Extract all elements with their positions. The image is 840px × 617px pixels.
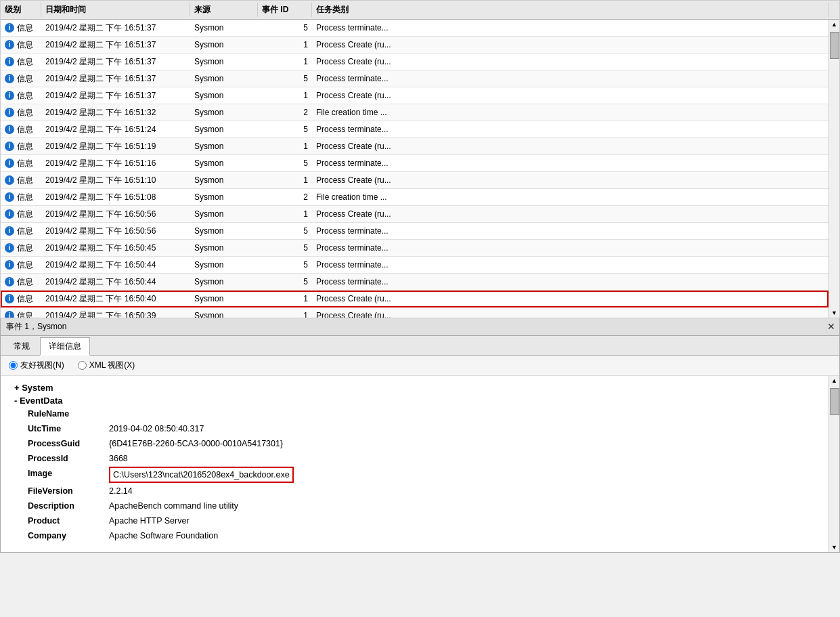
- info-icon: i: [5, 243, 14, 253]
- tabs-bar: 常规 详细信息: [1, 336, 839, 356]
- bottom-panel: 事件 1，Sysmon ✕ 常规 详细信息 友好视图(N) XML 视图(X) …: [0, 318, 840, 553]
- cell-source: Sysmon: [190, 87, 258, 104]
- system-title: + System: [14, 383, 826, 393]
- cell-source: Sysmon: [190, 206, 258, 222]
- table-row[interactable]: i信息2019/4/2 星期二 下午 16:51:37Sysmon5Proces…: [1, 20, 828, 37]
- cell-eventid: 1: [258, 172, 312, 188]
- table-row[interactable]: i信息2019/4/2 星期二 下午 16:51:37Sysmon5Proces…: [1, 70, 828, 87]
- cell-datetime: 2019/4/2 星期二 下午 16:51:19: [41, 138, 190, 154]
- info-icon: i: [5, 125, 14, 134]
- detail-key: Product: [28, 514, 109, 528]
- info-icon: i: [5, 294, 14, 303]
- cell-datetime: 2019/4/2 星期二 下午 16:51:37: [41, 54, 190, 70]
- table-header: 级别 日期和时间 来源 事件 ID 任务类别: [1, 1, 839, 20]
- level-text: 信息: [17, 224, 33, 238]
- table-row[interactable]: i信息2019/4/2 星期二 下午 16:50:44Sysmon5Proces…: [1, 274, 828, 291]
- table-row[interactable]: i信息2019/4/2 星期二 下午 16:50:45Sysmon5Proces…: [1, 240, 828, 257]
- cell-eventid: 1: [258, 87, 312, 104]
- cell-source: Sysmon: [190, 189, 258, 205]
- cell-task: File creation time ...: [312, 104, 828, 121]
- detail-scrollbar-thumb[interactable]: [830, 388, 839, 415]
- tab-detail[interactable]: 详细信息: [40, 337, 90, 356]
- info-icon: i: [5, 40, 14, 49]
- cell-source: Sysmon: [190, 274, 258, 290]
- detail-key: Company: [28, 529, 109, 542]
- event-data-section: - EventData RuleNameUtcTime2019-04-02 08…: [14, 396, 826, 542]
- cell-level: i信息: [1, 121, 41, 137]
- cell-task: Process terminate...: [312, 274, 828, 290]
- table-row[interactable]: i信息2019/4/2 星期二 下午 16:51:10Sysmon1Proces…: [1, 172, 828, 189]
- cell-level: i信息: [1, 87, 41, 104]
- cell-eventid: 5: [258, 155, 312, 171]
- table-scrollbar[interactable]: [828, 20, 839, 318]
- col-eventid[interactable]: 事件 ID: [258, 3, 312, 17]
- table-row[interactable]: i信息2019/4/2 星期二 下午 16:50:56Sysmon1Proces…: [1, 206, 828, 223]
- cell-eventid: 1: [258, 291, 312, 307]
- cell-task: Process Create (ru...: [312, 206, 828, 222]
- detail-scrollbar[interactable]: [828, 376, 839, 552]
- info-icon: i: [5, 108, 14, 117]
- table-row[interactable]: i信息2019/4/2 星期二 下午 16:50:39Sysmon1Proces…: [1, 307, 828, 318]
- radio-friendly[interactable]: 友好视图(N): [9, 360, 64, 371]
- cell-task: Process terminate...: [312, 121, 828, 137]
- system-section: + System: [14, 383, 826, 393]
- tab-general[interactable]: 常规: [5, 337, 39, 355]
- table-row[interactable]: i信息2019/4/2 星期二 下午 16:50:56Sysmon5Proces…: [1, 223, 828, 240]
- detail-key: UtcTime: [28, 422, 109, 435]
- detail-row: DescriptionApacheBench command line util…: [28, 499, 826, 513]
- radio-xml[interactable]: XML 视图(X): [78, 360, 135, 371]
- col-level[interactable]: 级别: [1, 3, 41, 17]
- detail-row: ProductApache HTTP Server: [28, 514, 826, 528]
- detail-content: + System - EventData RuleNameUtcTime2019…: [1, 376, 839, 552]
- info-icon: i: [5, 91, 14, 100]
- level-text: 信息: [17, 190, 33, 204]
- table-row[interactable]: i信息2019/4/2 星期二 下午 16:50:44Sysmon5Proces…: [1, 257, 828, 274]
- level-text: 信息: [17, 173, 33, 187]
- cell-eventid: 5: [258, 257, 312, 273]
- detail-row: ProcessId3668: [28, 452, 826, 465]
- table-scroll-area: i信息2019/4/2 星期二 下午 16:51:37Sysmon5Proces…: [1, 20, 839, 318]
- table-row[interactable]: i信息2019/4/2 星期二 下午 16:51:16Sysmon5Proces…: [1, 155, 828, 172]
- event-data-title: - EventData: [14, 396, 826, 406]
- table-row[interactable]: i信息2019/4/2 星期二 下午 16:51:24Sysmon5Proces…: [1, 121, 828, 138]
- info-icon: i: [5, 311, 14, 318]
- cell-source: Sysmon: [190, 223, 258, 239]
- col-datetime[interactable]: 日期和时间: [41, 3, 190, 17]
- detail-value: 3668: [109, 452, 128, 465]
- cell-datetime: 2019/4/2 星期二 下午 16:50:44: [41, 274, 190, 290]
- cell-task: File creation time ...: [312, 189, 828, 205]
- col-task[interactable]: 任务类别: [312, 3, 828, 17]
- cell-level: i信息: [1, 172, 41, 188]
- info-icon: i: [5, 175, 14, 185]
- level-text: 信息: [17, 89, 33, 102]
- cell-task: Process Create (ru...: [312, 54, 828, 70]
- cell-eventid: 2: [258, 189, 312, 205]
- table-row[interactable]: i信息2019/4/2 星期二 下午 16:51:37Sysmon1Proces…: [1, 54, 828, 70]
- detail-key: FileVersion: [28, 484, 109, 498]
- cell-datetime: 2019/4/2 星期二 下午 16:51:37: [41, 70, 190, 87]
- table-row[interactable]: i信息2019/4/2 星期二 下午 16:51:37Sysmon1Proces…: [1, 87, 828, 104]
- cell-datetime: 2019/4/2 星期二 下午 16:50:56: [41, 206, 190, 222]
- bottom-panel-title: 事件 1，Sysmon: [6, 321, 66, 333]
- cell-level: i信息: [1, 307, 41, 318]
- table-row[interactable]: i信息2019/4/2 星期二 下午 16:51:37Sysmon1Proces…: [1, 37, 828, 54]
- scrollbar-thumb[interactable]: [830, 32, 839, 59]
- cell-level: i信息: [1, 291, 41, 307]
- close-button[interactable]: ✕: [827, 321, 835, 332]
- level-text: 信息: [17, 241, 33, 255]
- cell-datetime: 2019/4/2 星期二 下午 16:51:10: [41, 172, 190, 188]
- cell-level: i信息: [1, 54, 41, 70]
- info-icon: i: [5, 158, 14, 168]
- col-source[interactable]: 来源: [190, 3, 258, 17]
- table-row[interactable]: i信息2019/4/2 星期二 下午 16:51:32Sysmon2File c…: [1, 104, 828, 121]
- detail-key: ProcessGuid: [28, 437, 109, 450]
- table-row[interactable]: i信息2019/4/2 星期二 下午 16:51:08Sysmon2File c…: [1, 189, 828, 206]
- table-row[interactable]: i信息2019/4/2 星期二 下午 16:51:19Sysmon1Proces…: [1, 138, 828, 155]
- level-text: 信息: [17, 72, 33, 85]
- detail-row: RuleName: [28, 407, 826, 421]
- level-text: 信息: [17, 275, 33, 289]
- cell-source: Sysmon: [190, 240, 258, 256]
- table-row[interactable]: i信息2019/4/2 星期二 下午 16:50:40Sysmon1Proces…: [1, 291, 828, 307]
- cell-task: Process Create (ru...: [312, 291, 828, 307]
- cell-task: Process Create (ru...: [312, 37, 828, 53]
